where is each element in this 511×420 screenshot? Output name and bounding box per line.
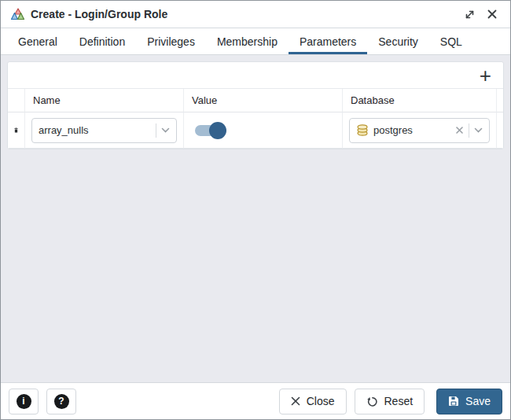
- reset-button[interactable]: Reset: [355, 389, 425, 414]
- tab-membership[interactable]: Membership: [206, 28, 289, 54]
- tab-general[interactable]: General: [7, 28, 68, 54]
- table-row-spacer-cell: [497, 112, 504, 149]
- reset-icon: [366, 396, 378, 407]
- tab-privileges[interactable]: Privileges: [136, 28, 206, 54]
- value-toggle[interactable]: [195, 122, 226, 139]
- parameters-panel: + Name Value Database: [1, 55, 510, 382]
- database-icon: [356, 124, 369, 136]
- close-icon[interactable]: [483, 6, 501, 23]
- create-login-group-role-dialog: Create - Login/Group Role General Defini…: [0, 0, 511, 420]
- tabbar: General Definition Privileges Membership…: [1, 28, 510, 55]
- delete-row-icon[interactable]: [14, 123, 18, 137]
- reset-button-label: Reset: [384, 395, 414, 407]
- close-x-icon: [291, 396, 300, 406]
- table-row-value-cell: [184, 112, 343, 149]
- parameters-grid: + Name Value Database: [7, 61, 504, 149]
- header-spacer-column: [497, 89, 504, 112]
- tab-security[interactable]: Security: [367, 28, 429, 54]
- toggle-knob: [209, 122, 226, 139]
- name-select-value: array_nulls: [39, 124, 151, 136]
- expand-icon[interactable]: [461, 6, 478, 23]
- dialog-title: Create - Login/Group Role: [31, 8, 167, 20]
- group-role-icon: [10, 8, 25, 21]
- header-value: Value: [184, 89, 343, 112]
- save-button[interactable]: Save: [436, 389, 502, 414]
- close-button-label: Close: [307, 395, 335, 407]
- clear-icon[interactable]: [455, 126, 464, 134]
- chevron-down-icon: [161, 127, 170, 133]
- help-button[interactable]: ?: [46, 389, 76, 414]
- grid-table: Name Value Database a: [8, 89, 503, 149]
- titlebar: Create - Login/Group Role: [1, 1, 510, 28]
- name-select[interactable]: array_nulls: [31, 118, 177, 143]
- tab-parameters[interactable]: Parameters: [289, 28, 367, 54]
- info-button[interactable]: i: [9, 389, 39, 414]
- add-row-button[interactable]: +: [476, 68, 495, 83]
- footer: i ? Close Reset: [1, 382, 510, 419]
- table-row-delete-cell: [8, 112, 25, 149]
- info-icon: i: [17, 394, 31, 409]
- chevron-down-icon: [474, 127, 483, 133]
- save-button-label: Save: [465, 395, 491, 407]
- select-divider: [469, 123, 469, 138]
- tab-sql[interactable]: SQL: [429, 28, 473, 54]
- header-name: Name: [25, 89, 184, 112]
- database-select-value: postgres: [373, 124, 450, 136]
- table-row-name-cell: array_nulls: [25, 112, 184, 149]
- tab-definition[interactable]: Definition: [68, 28, 136, 54]
- close-button[interactable]: Close: [279, 389, 347, 414]
- save-icon: [448, 396, 459, 407]
- select-divider: [156, 123, 156, 138]
- table-row-database-cell: postgres: [343, 112, 497, 149]
- help-icon: ?: [54, 394, 69, 409]
- database-select[interactable]: postgres: [349, 118, 490, 143]
- grid-toolbar: +: [8, 62, 503, 89]
- header-handle-column: [8, 89, 25, 112]
- header-database: Database: [343, 89, 497, 112]
